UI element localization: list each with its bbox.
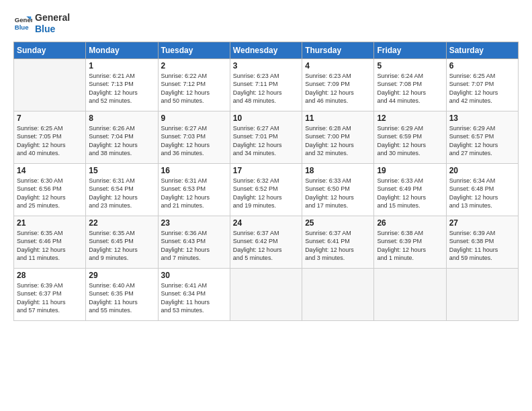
day-number: 1 xyxy=(89,61,154,71)
calendar-cell: 21Sunrise: 6:35 AM Sunset: 6:46 PM Dayli… xyxy=(14,216,86,268)
calendar-cell: 4Sunrise: 6:23 AM Sunset: 7:09 PM Daylig… xyxy=(302,58,374,111)
day-number: 23 xyxy=(161,218,227,228)
calendar-cell: 9Sunrise: 6:27 AM Sunset: 7:03 PM Daylig… xyxy=(158,111,230,163)
day-number: 25 xyxy=(305,218,371,228)
weekday-header-saturday: Saturday xyxy=(446,42,518,58)
day-info: Sunrise: 6:31 AM Sunset: 6:53 PM Dayligh… xyxy=(161,177,227,210)
day-info: Sunrise: 6:30 AM Sunset: 6:56 PM Dayligh… xyxy=(17,177,83,210)
weekday-header-monday: Monday xyxy=(86,42,158,58)
day-info: Sunrise: 6:41 AM Sunset: 6:34 PM Dayligh… xyxy=(161,281,227,315)
header: General Blue General Blue xyxy=(13,12,519,35)
calendar-week-row: 1Sunrise: 6:21 AM Sunset: 7:13 PM Daylig… xyxy=(14,58,519,111)
day-number: 24 xyxy=(233,218,299,228)
day-number: 27 xyxy=(449,218,515,228)
calendar-week-row: 21Sunrise: 6:35 AM Sunset: 6:46 PM Dayli… xyxy=(14,216,519,268)
day-number: 8 xyxy=(89,113,154,123)
day-info: Sunrise: 6:29 AM Sunset: 6:57 PM Dayligh… xyxy=(449,124,515,158)
calendar-cell: 25Sunrise: 6:37 AM Sunset: 6:41 PM Dayli… xyxy=(302,216,374,268)
day-info: Sunrise: 6:33 AM Sunset: 6:49 PM Dayligh… xyxy=(377,177,443,210)
day-number: 12 xyxy=(377,113,443,123)
day-info: Sunrise: 6:27 AM Sunset: 7:01 PM Dayligh… xyxy=(233,124,299,158)
calendar-cell: 2Sunrise: 6:22 AM Sunset: 7:12 PM Daylig… xyxy=(158,58,230,111)
calendar-cell: 11Sunrise: 6:28 AM Sunset: 7:00 PM Dayli… xyxy=(302,111,374,163)
calendar-cell: 18Sunrise: 6:33 AM Sunset: 6:50 PM Dayli… xyxy=(302,163,374,216)
day-number: 22 xyxy=(89,218,154,228)
day-number: 29 xyxy=(89,271,154,280)
calendar-cell: 16Sunrise: 6:31 AM Sunset: 6:53 PM Dayli… xyxy=(158,163,230,216)
day-number: 10 xyxy=(233,113,299,123)
day-number: 5 xyxy=(377,61,443,71)
day-number: 6 xyxy=(449,61,515,71)
calendar-cell: 22Sunrise: 6:35 AM Sunset: 6:45 PM Dayli… xyxy=(86,216,158,268)
day-info: Sunrise: 6:29 AM Sunset: 6:59 PM Dayligh… xyxy=(377,124,443,158)
logo-text-blue: Blue xyxy=(35,24,70,35)
logo-text-general: General xyxy=(35,12,70,24)
calendar-cell: 26Sunrise: 6:38 AM Sunset: 6:39 PM Dayli… xyxy=(374,216,446,268)
day-info: Sunrise: 6:36 AM Sunset: 6:43 PM Dayligh… xyxy=(161,229,227,263)
day-number: 18 xyxy=(305,166,371,175)
weekday-header-friday: Friday xyxy=(374,42,446,58)
calendar-week-row: 28Sunrise: 6:39 AM Sunset: 6:37 PM Dayli… xyxy=(14,268,519,320)
day-info: Sunrise: 6:32 AM Sunset: 6:52 PM Dayligh… xyxy=(233,177,299,210)
calendar-cell: 20Sunrise: 6:34 AM Sunset: 6:48 PM Dayli… xyxy=(446,163,518,216)
day-info: Sunrise: 6:28 AM Sunset: 7:00 PM Dayligh… xyxy=(305,124,371,158)
calendar-week-row: 7Sunrise: 6:25 AM Sunset: 7:05 PM Daylig… xyxy=(14,111,519,163)
day-number: 16 xyxy=(161,166,227,175)
logo-icon: General Blue xyxy=(13,14,32,33)
calendar-week-row: 14Sunrise: 6:30 AM Sunset: 6:56 PM Dayli… xyxy=(14,163,519,216)
calendar-cell: 12Sunrise: 6:29 AM Sunset: 6:59 PM Dayli… xyxy=(374,111,446,163)
calendar-cell xyxy=(230,268,302,320)
day-info: Sunrise: 6:22 AM Sunset: 7:12 PM Dayligh… xyxy=(161,72,227,105)
day-info: Sunrise: 6:23 AM Sunset: 7:11 PM Dayligh… xyxy=(233,72,299,105)
day-info: Sunrise: 6:26 AM Sunset: 7:04 PM Dayligh… xyxy=(89,124,154,158)
weekday-header-row: SundayMondayTuesdayWednesdayThursdayFrid… xyxy=(14,42,519,58)
calendar-cell: 5Sunrise: 6:24 AM Sunset: 7:08 PM Daylig… xyxy=(374,58,446,111)
calendar-cell: 29Sunrise: 6:40 AM Sunset: 6:35 PM Dayli… xyxy=(86,268,158,320)
day-info: Sunrise: 6:21 AM Sunset: 7:13 PM Dayligh… xyxy=(89,72,154,105)
day-number: 2 xyxy=(161,61,227,71)
calendar-cell: 19Sunrise: 6:33 AM Sunset: 6:49 PM Dayli… xyxy=(374,163,446,216)
logo: General Blue General Blue xyxy=(13,12,70,35)
weekday-header-thursday: Thursday xyxy=(302,42,374,58)
weekday-header-wednesday: Wednesday xyxy=(230,42,302,58)
day-number: 13 xyxy=(449,113,515,123)
calendar-cell: 13Sunrise: 6:29 AM Sunset: 6:57 PM Dayli… xyxy=(446,111,518,163)
day-info: Sunrise: 6:40 AM Sunset: 6:35 PM Dayligh… xyxy=(89,281,154,315)
day-info: Sunrise: 6:34 AM Sunset: 6:48 PM Dayligh… xyxy=(449,177,515,210)
calendar-cell xyxy=(374,268,446,320)
calendar-cell: 8Sunrise: 6:26 AM Sunset: 7:04 PM Daylig… xyxy=(86,111,158,163)
calendar-cell: 7Sunrise: 6:25 AM Sunset: 7:05 PM Daylig… xyxy=(14,111,86,163)
day-number: 14 xyxy=(17,166,83,175)
day-number: 20 xyxy=(449,166,515,175)
day-info: Sunrise: 6:25 AM Sunset: 7:07 PM Dayligh… xyxy=(449,72,515,105)
day-info: Sunrise: 6:23 AM Sunset: 7:09 PM Dayligh… xyxy=(305,72,371,105)
calendar-cell: 23Sunrise: 6:36 AM Sunset: 6:43 PM Dayli… xyxy=(158,216,230,268)
day-info: Sunrise: 6:39 AM Sunset: 6:38 PM Dayligh… xyxy=(449,229,515,263)
calendar-table: SundayMondayTuesdayWednesdayThursdayFrid… xyxy=(13,42,519,321)
day-info: Sunrise: 6:39 AM Sunset: 6:37 PM Dayligh… xyxy=(17,281,83,315)
calendar-cell xyxy=(302,268,374,320)
calendar-cell: 14Sunrise: 6:30 AM Sunset: 6:56 PM Dayli… xyxy=(14,163,86,216)
weekday-header-tuesday: Tuesday xyxy=(158,42,230,58)
day-number: 9 xyxy=(161,113,227,123)
calendar-cell: 15Sunrise: 6:31 AM Sunset: 6:54 PM Dayli… xyxy=(86,163,158,216)
calendar-cell: 28Sunrise: 6:39 AM Sunset: 6:37 PM Dayli… xyxy=(14,268,86,320)
day-info: Sunrise: 6:31 AM Sunset: 6:54 PM Dayligh… xyxy=(89,177,154,210)
day-number: 4 xyxy=(305,61,371,71)
day-number: 17 xyxy=(233,166,299,175)
day-info: Sunrise: 6:33 AM Sunset: 6:50 PM Dayligh… xyxy=(305,177,371,210)
day-number: 21 xyxy=(17,218,83,228)
day-info: Sunrise: 6:24 AM Sunset: 7:08 PM Dayligh… xyxy=(377,72,443,105)
weekday-header-sunday: Sunday xyxy=(14,42,86,58)
day-info: Sunrise: 6:37 AM Sunset: 6:42 PM Dayligh… xyxy=(233,229,299,263)
day-number: 3 xyxy=(233,61,299,71)
day-number: 7 xyxy=(17,113,83,123)
calendar-page: General Blue General Blue SundayMondayTu… xyxy=(0,0,532,411)
day-number: 19 xyxy=(377,166,443,175)
day-info: Sunrise: 6:37 AM Sunset: 6:41 PM Dayligh… xyxy=(305,229,371,263)
calendar-cell xyxy=(446,268,518,320)
day-number: 26 xyxy=(377,218,443,228)
calendar-cell: 24Sunrise: 6:37 AM Sunset: 6:42 PM Dayli… xyxy=(230,216,302,268)
day-number: 11 xyxy=(305,113,371,123)
day-info: Sunrise: 6:27 AM Sunset: 7:03 PM Dayligh… xyxy=(161,124,227,158)
